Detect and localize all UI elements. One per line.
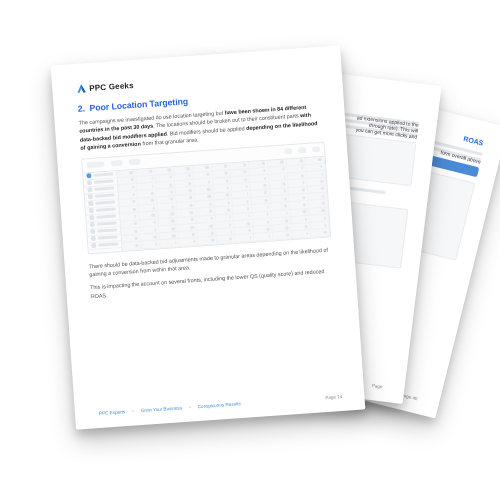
- report-page-front: PPC Geeks 2. Poor Location Targeting The…: [51, 45, 366, 429]
- page-number: Page 14: [325, 394, 342, 400]
- footer-links: PPC Experts • Grow Your Business • Consp…: [99, 401, 241, 416]
- brand-name: PPC Geeks: [89, 80, 134, 92]
- page-number: Page: [372, 383, 383, 389]
- footer-link: Conspicuous Results: [197, 401, 240, 409]
- footer-link: PPC Experts: [99, 409, 126, 416]
- footer-link: Grow Your Business: [141, 405, 183, 413]
- brand-a-icon: [76, 83, 87, 94]
- analytics-screenshot: [81, 141, 331, 254]
- page-footer: PPC Experts • Grow Your Business • Consp…: [99, 394, 343, 416]
